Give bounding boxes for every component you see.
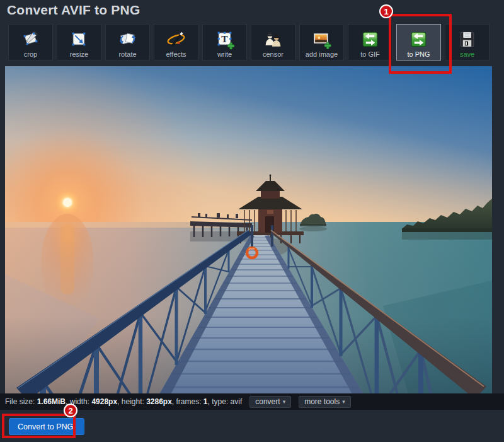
image-canvas: Long wooden pier with blue cross-braced … bbox=[5, 66, 492, 394]
tool-label: censor bbox=[263, 50, 284, 58]
type-value: avif bbox=[231, 397, 243, 406]
tool-button-write[interactable]: T write bbox=[202, 24, 247, 61]
tool-button-add-image[interactable]: add image bbox=[299, 24, 344, 61]
file-size-value: 1.66MiB bbox=[37, 397, 66, 406]
convert-dropdown[interactable]: convert▾ bbox=[249, 396, 291, 408]
chevron-down-icon: ▾ bbox=[342, 398, 345, 405]
tool-button-crop[interactable]: crop bbox=[8, 24, 53, 61]
save-icon bbox=[457, 29, 478, 50]
svg-text:T: T bbox=[221, 33, 228, 44]
photo-scene: Long wooden pier with blue cross-braced … bbox=[5, 66, 492, 394]
effects-icon bbox=[166, 29, 186, 50]
height-label: , height: bbox=[117, 397, 146, 406]
frames-value: 1 bbox=[203, 397, 208, 406]
tool-button-to-gif[interactable]: to GIF bbox=[348, 24, 392, 61]
tool-label: crop bbox=[24, 50, 37, 58]
annotation-badge-1: 1 bbox=[379, 4, 393, 18]
height-value: 3286px bbox=[146, 397, 172, 406]
resize-icon bbox=[69, 29, 89, 50]
tool-label: add image bbox=[306, 50, 338, 58]
file-size-label: File size: bbox=[5, 397, 37, 406]
tool-button-censor[interactable]: censor bbox=[251, 24, 295, 61]
type-label: , type: bbox=[208, 397, 231, 406]
convert-to-png-button[interactable]: Convert to PNG! bbox=[9, 418, 84, 435]
tool-button-resize[interactable]: resize bbox=[57, 24, 101, 61]
chevron-down-icon: ▾ bbox=[283, 398, 286, 405]
tool-label: resize bbox=[70, 50, 88, 58]
tool-label: rotate bbox=[118, 50, 136, 58]
more-tools-dropdown[interactable]: more tools▾ bbox=[299, 396, 351, 408]
rotate-icon bbox=[117, 29, 138, 50]
convert-avif-page: Convert AVIF to PNG crop bbox=[0, 0, 504, 442]
tool-label: to GIF bbox=[360, 50, 380, 58]
write-icon: T bbox=[214, 29, 235, 50]
crop-icon bbox=[20, 29, 41, 50]
censor-icon bbox=[263, 29, 284, 50]
toolbar: crop resize rotat bbox=[8, 24, 490, 61]
sun bbox=[55, 190, 80, 215]
page-title: Convert AVIF to PNG bbox=[7, 3, 140, 18]
to-gif-icon bbox=[360, 29, 381, 50]
tool-button-save[interactable]: save bbox=[445, 24, 490, 61]
tool-label: save bbox=[460, 50, 474, 58]
width-value: 4928px bbox=[91, 397, 117, 406]
tool-label: write bbox=[217, 50, 232, 58]
add-image-icon bbox=[311, 29, 332, 50]
to-png-icon bbox=[408, 29, 429, 50]
tool-button-to-png[interactable]: to PNG bbox=[396, 24, 441, 61]
tool-button-effects[interactable]: effects bbox=[154, 24, 198, 61]
tool-button-rotate[interactable]: rotate bbox=[105, 24, 150, 61]
annotation-badge-2: 2 bbox=[64, 404, 77, 417]
tool-label: to PNG bbox=[407, 50, 430, 58]
frames-label: , frames: bbox=[172, 397, 203, 406]
tool-label: effects bbox=[166, 50, 186, 58]
